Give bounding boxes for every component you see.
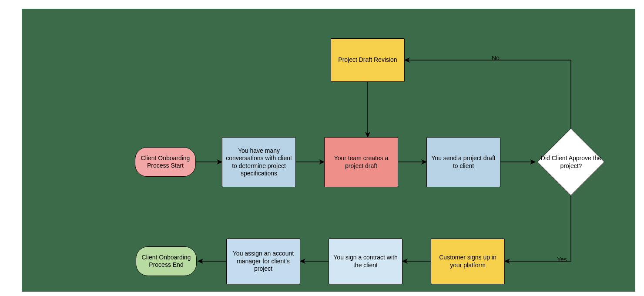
node-create-draft[interactable]: Your team creates a project draft — [324, 137, 398, 187]
flowchart-canvas: Project Draft Revision Client Onboarding… — [22, 9, 635, 292]
node-contract[interactable]: You sign a contract with the client — [329, 239, 402, 284]
node-contract-label: You sign a contract with the client — [332, 254, 399, 269]
node-conversations[interactable]: You have many conversations with client … — [222, 137, 296, 187]
node-start-label: Client Onboarding Process Start — [138, 155, 193, 170]
node-decision[interactable] — [537, 128, 605, 196]
node-send-draft-label: You send a project draft to client — [429, 155, 497, 170]
node-assign-manager-label: You assign an account manager for client… — [229, 250, 297, 273]
node-end-label: Client Onboarding Process End — [139, 254, 194, 269]
node-create-draft-label: Your team creates a project draft — [327, 155, 395, 170]
node-assign-manager[interactable]: You assign an account manager for client… — [226, 239, 300, 284]
edge-label-yes: Yes — [557, 256, 567, 263]
node-end[interactable]: Client Onboarding Process End — [136, 246, 197, 276]
edge-label-no: No — [492, 54, 500, 61]
node-send-draft[interactable]: You send a project draft to client — [426, 137, 500, 187]
node-start[interactable]: Client Onboarding Process Start — [135, 147, 196, 177]
node-conversations-label: You have many conversations with client … — [225, 147, 293, 178]
node-signup-label: Customer signs up in your platform — [434, 254, 502, 269]
node-revision-label: Project Draft Revision — [338, 56, 397, 64]
node-revision[interactable]: Project Draft Revision — [331, 38, 405, 82]
node-signup[interactable]: Customer signs up in your platform — [431, 239, 505, 284]
